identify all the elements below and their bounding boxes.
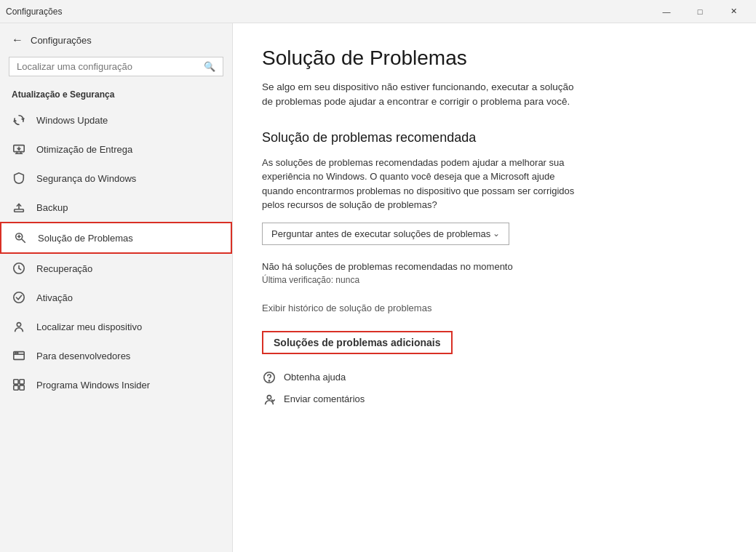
title-bar-title: Configurações [6,7,62,17]
activation-icon [12,290,26,305]
find-device-label: Localizar meu dispositivo [36,321,142,332]
sidebar-item-find-device[interactable]: Localizar meu dispositivo [0,312,232,341]
dropdown-label: Perguntar antes de executar soluções de … [271,228,490,239]
svg-rect-17 [20,385,24,390]
sidebar-item-developers[interactable]: Para desenvolvedores [0,341,232,370]
windows-security-icon [12,171,26,185]
svg-rect-16 [14,385,18,390]
sidebar-item-delivery-optimization[interactable]: Otimização de Entrega [0,135,232,164]
sidebar-item-backup[interactable]: Backup [0,193,232,222]
recommended-section-title: Solução de problemas recomendada [262,130,727,145]
troubleshoot-label: Solução de Problemas [38,233,133,244]
history-link[interactable]: Exibir histórico de solução de problemas [262,303,727,313]
title-bar-controls: — □ ✕ [650,0,750,23]
recommended-dropdown[interactable]: Perguntar antes de executar soluções de … [262,223,509,245]
no-solutions-text: Não há soluções de problemas recomendada… [262,261,727,272]
developers-label: Para desenvolvedores [36,351,130,361]
sidebar-item-windows-security[interactable]: Segurança do Windows [0,164,232,193]
svg-rect-2 [15,209,24,212]
svg-point-12 [15,353,16,353]
windows-update-icon [12,113,26,127]
bottom-links: Obtenha ajuda Enviar comentários [262,370,727,407]
svg-point-9 [17,323,20,327]
recommended-description: As soluções de problemas recomendadas po… [262,156,582,212]
sidebar-item-troubleshoot[interactable]: Solução de Problemas [0,222,232,254]
page-title: Solução de Problemas [262,47,727,70]
sidebar-item-activation[interactable]: Ativação [0,283,232,312]
get-help-label: Obtenha ajuda [284,372,346,383]
insider-icon [12,377,26,392]
close-button[interactable]: ✕ [717,0,750,23]
last-check-label: Última verificação: nunca [262,275,727,285]
get-help-icon [262,370,276,385]
windows-update-label: Windows Update [36,115,108,126]
title-bar-left: Configurações [6,7,62,17]
feedback-link[interactable]: Enviar comentários [262,392,727,407]
activation-label: Ativação [36,292,73,303]
windows-security-label: Segurança do Windows [36,173,136,184]
sidebar-item-recovery[interactable]: Recuperação [0,254,232,283]
feedback-label: Enviar comentários [284,393,365,404]
recovery-label: Recuperação [36,263,92,274]
insider-label: Programa Windows Insider [36,380,150,391]
svg-point-20 [267,395,271,399]
backup-label: Backup [36,202,68,213]
sidebar-item-windows-update[interactable]: Windows Update [0,105,232,135]
troubleshoot-icon [13,231,28,245]
get-help-link[interactable]: Obtenha ajuda [262,370,727,385]
search-input[interactable] [17,61,198,72]
recovery-icon [12,261,26,276]
maximize-button[interactable]: □ [683,0,717,23]
find-device-icon [12,319,26,334]
svg-rect-15 [20,380,24,384]
back-button[interactable]: ← Configurações [0,23,232,57]
search-icon: 🔍 [204,61,215,72]
sidebar-section-title: Atualização e Segurança [0,85,232,105]
developers-icon [12,348,26,363]
backup-icon [12,200,26,215]
feedback-icon [262,392,276,407]
sidebar: ← Configurações 🔍 Atualização e Seguranç… [0,23,233,552]
back-arrow-icon: ← [12,33,23,47]
chevron-down-icon: ⌄ [493,228,500,239]
additional-solutions-button[interactable]: Soluções de problemas adicionais [262,331,453,354]
delivery-optimization-icon [12,142,26,156]
minimize-button[interactable]: — [650,0,683,23]
page-description: Se algo em seu dispositivo não estiver f… [262,80,582,110]
svg-point-19 [268,380,269,380]
svg-line-4 [22,239,25,243]
svg-point-8 [14,292,24,303]
app-body: ← Configurações 🔍 Atualização e Seguranç… [0,23,756,552]
main-panel: Solução de Problemas Se algo em seu disp… [233,23,756,552]
sidebar-app-title: Configurações [31,35,92,46]
delivery-optimization-label: Otimização de Entrega [36,144,132,155]
search-box: 🔍 [9,57,223,76]
svg-point-13 [17,353,18,353]
sidebar-item-insider[interactable]: Programa Windows Insider [0,370,232,399]
svg-rect-14 [14,380,18,384]
title-bar: Configurações — □ ✕ [0,0,756,23]
